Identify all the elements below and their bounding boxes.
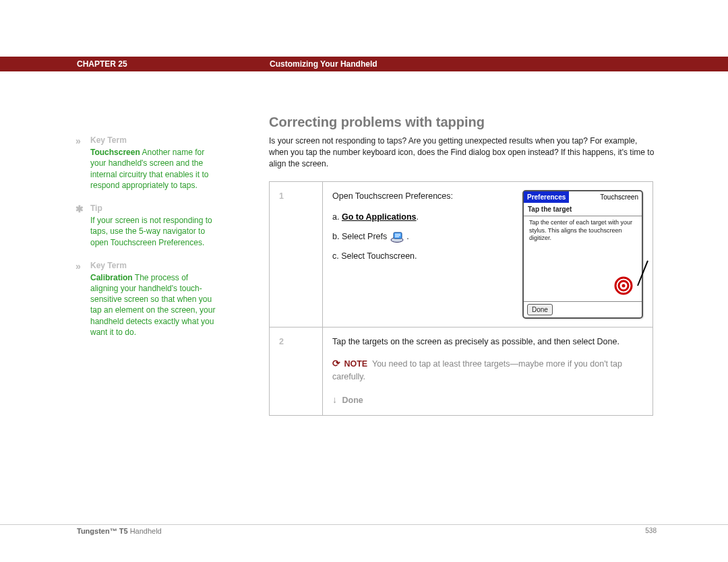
quote-icon: » <box>75 260 88 273</box>
page-footer: Tungsten™ T5 Handheld 538 <box>0 524 728 527</box>
sidebar-body: Calibration The process of aligning your… <box>90 272 217 338</box>
sidebar-text: If your screen is not responding to taps… <box>90 216 212 247</box>
section-title: Correcting problems with tapping <box>269 115 657 130</box>
device-titlebar: Preferences Touchscreen <box>524 191 642 203</box>
device-done-button: Done <box>527 304 553 315</box>
done-row: ↓ Done <box>332 393 643 407</box>
sidebar-tip: ✱ Tip If your screen is not responding t… <box>75 203 217 248</box>
step-body-2: Tap the targets on the screen as precise… <box>323 327 653 416</box>
sidebar-keyterm-calibration: » Key Term Calibration The process of al… <box>75 260 217 338</box>
steps-table: 1 Preferences Touchscreen Tap the target… <box>269 181 653 416</box>
step2-text: Tap the targets on the screen as precise… <box>332 336 643 348</box>
sidebar-text: The process of aligning your handheld's … <box>90 273 215 337</box>
main-content: Correcting problems with tapping Is your… <box>269 115 657 416</box>
step-row-1: 1 Preferences Touchscreen Tap the target… <box>270 182 653 327</box>
asterisk-icon: ✱ <box>75 203 88 216</box>
go-to-applications-link[interactable]: Go to Applications <box>342 212 417 222</box>
device-title-left: Preferences <box>524 191 569 203</box>
header-chapter: CHAPTER 25 <box>77 59 127 69</box>
done-label: Done <box>342 396 363 405</box>
header-title: Customizing Your Handheld <box>270 59 377 69</box>
device-body-text: Tap the center of each target with your … <box>529 219 632 241</box>
note-text: You need to tap at least three targets—m… <box>332 359 622 381</box>
sidebar-keyterm-touchscreen: » Key Term Touchscreen Another name for … <box>75 135 217 191</box>
footer-page-number: 538 <box>645 527 657 534</box>
target-icon <box>613 276 634 296</box>
step1-b-suffix: . <box>406 232 408 241</box>
section-intro: Is your screen not responding to taps? A… <box>269 135 657 169</box>
header-bar: CHAPTER 25 Customizing Your Handheld <box>0 57 728 71</box>
sidebar-body: If your screen is not responding to taps… <box>90 215 217 248</box>
device-title-right: Touchscreen <box>569 191 642 203</box>
footer-product-bold: Tungsten™ T5 <box>77 527 128 535</box>
step-row-2: 2 Tap the targets on the screen as preci… <box>270 327 653 416</box>
step-number: 2 <box>270 327 323 416</box>
footer-product-rest: Handheld <box>128 527 162 535</box>
sidebar-label: Key Term <box>90 260 217 271</box>
stylus-icon <box>637 261 648 286</box>
device-subtitle: Tap the target <box>524 203 642 216</box>
sidebar-label: Tip <box>90 203 217 214</box>
step1-a-prefix: a. <box>332 212 339 222</box>
device-footer: Done <box>524 301 642 317</box>
sidebar-term: Calibration <box>90 273 133 282</box>
sidebar-body: Touchscreen Another name for your handhe… <box>90 147 217 191</box>
sidebar: » Key Term Touchscreen Another name for … <box>75 135 217 350</box>
prefs-icon <box>390 232 404 243</box>
device-mock: Preferences Touchscreen Tap the target T… <box>522 190 643 319</box>
step2-note: ⟳ NOTE You need to tap at least three ta… <box>332 356 643 383</box>
note-icon: ⟳ <box>332 358 340 369</box>
step-number: 1 <box>270 182 323 327</box>
note-label: NOTE <box>344 359 367 369</box>
sidebar-label: Key Term <box>90 135 217 146</box>
step1-a-suffix: . <box>417 212 419 222</box>
down-arrow-icon: ↓ <box>332 393 337 407</box>
device-area: Tap the center of each target with your … <box>524 216 642 301</box>
footer-product: Tungsten™ T5 Handheld <box>77 527 162 535</box>
quote-icon: » <box>75 135 88 148</box>
step1-b-text: b. Select Prefs <box>332 232 390 241</box>
svg-point-2 <box>622 284 626 288</box>
sidebar-term: Touchscreen <box>90 148 140 157</box>
step-body-1: Preferences Touchscreen Tap the target T… <box>323 182 653 327</box>
